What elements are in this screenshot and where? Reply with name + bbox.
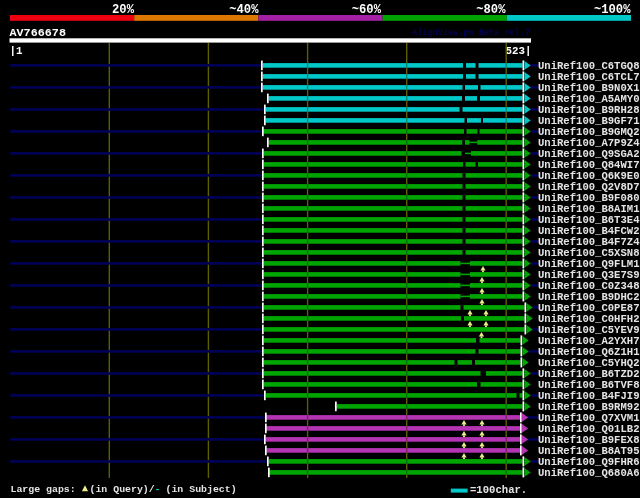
svg-text:~60%: ~60% xyxy=(352,3,382,17)
svg-text:UniRef100_Q680A6: UniRef100_Q680A6 xyxy=(538,467,640,479)
svg-text:20%: 20% xyxy=(112,3,135,17)
svg-text:|1: |1 xyxy=(10,45,23,57)
svg-text:523|: 523| xyxy=(506,45,532,57)
svg-text:AlignView.pm Beta rel.7: AlignView.pm Beta rel.7 xyxy=(412,28,530,38)
svg-text:(in Subject): (in Subject) xyxy=(166,484,237,495)
svg-text:~80%: ~80% xyxy=(476,3,506,17)
svg-text:=100char.: =100char. xyxy=(470,484,527,496)
svg-text:AV766678: AV766678 xyxy=(10,26,67,40)
svg-text:Large gaps:: Large gaps: xyxy=(11,484,76,495)
svg-text:~100%: ~100% xyxy=(594,3,631,17)
svg-text:(in Query)/: (in Query)/ xyxy=(90,484,155,495)
svg-text:~40%: ~40% xyxy=(229,3,259,17)
svg-text:-: - xyxy=(155,484,161,495)
